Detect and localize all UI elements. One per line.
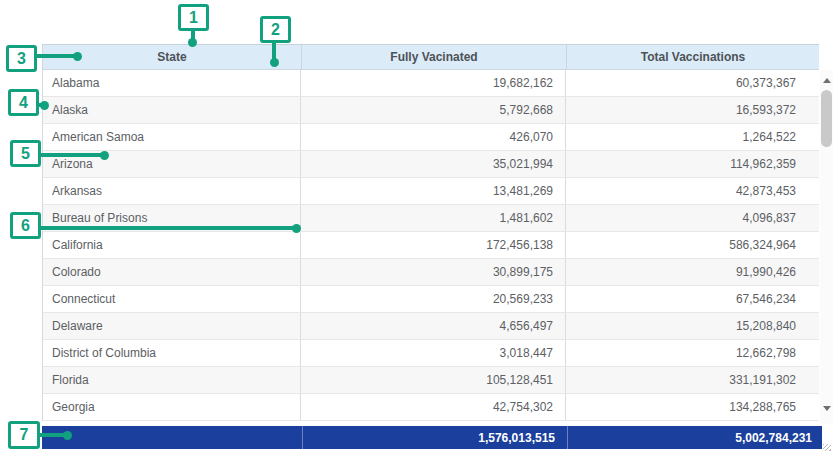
cell-state: Arkansas bbox=[43, 178, 301, 204]
table-header-row: State Fully Vacinated Total Vaccinations bbox=[42, 44, 819, 70]
callout-dot-4 bbox=[40, 101, 49, 110]
cell-total-vaccinations: 91,990,426 bbox=[566, 259, 806, 285]
cell-state: California bbox=[43, 232, 301, 258]
cell-total-vaccinations: 16,593,372 bbox=[566, 97, 806, 123]
table-row[interactable]: Connecticut20,569,23367,546,234 bbox=[43, 286, 819, 313]
callout-dot-3 bbox=[73, 52, 82, 61]
scroll-down-button[interactable] bbox=[820, 400, 833, 416]
callout-label: 7 bbox=[20, 426, 29, 444]
callout-dot-6 bbox=[292, 224, 301, 233]
cell-fully-vaccinated: 5,792,668 bbox=[301, 97, 566, 123]
resize-handle-icon bbox=[823, 444, 831, 451]
callout-box-2: 2 bbox=[260, 16, 291, 43]
table-row[interactable]: Florida105,128,451331,191,302 bbox=[43, 367, 819, 394]
cell-state: Alabama bbox=[43, 70, 301, 96]
callout-label: 2 bbox=[271, 21, 280, 39]
cell-state: American Samoa bbox=[43, 124, 301, 150]
totals-total-vaccinations: 5,002,784,231 bbox=[567, 426, 822, 449]
table-row[interactable]: Delaware4,656,49715,208,840 bbox=[43, 313, 819, 340]
annotated-table-screenshot: State Fully Vacinated Total Vaccinations… bbox=[0, 0, 833, 453]
cell-total-vaccinations: 67,546,234 bbox=[566, 286, 806, 312]
callout-box-5: 5 bbox=[10, 140, 41, 167]
cell-state: District of Columbia bbox=[43, 340, 301, 366]
cell-total-vaccinations: 1,264,522 bbox=[566, 124, 806, 150]
table-body: Alabama19,682,16260,373,367Alaska5,792,6… bbox=[42, 70, 819, 421]
cell-total-vaccinations: 42,873,453 bbox=[566, 178, 806, 204]
cell-total-vaccinations: 60,373,367 bbox=[566, 70, 806, 96]
callout-connector-6 bbox=[41, 226, 293, 230]
cell-state: Delaware bbox=[43, 313, 301, 339]
callout-label: 3 bbox=[17, 50, 26, 68]
callout-dot-7 bbox=[63, 431, 72, 440]
table-row[interactable]: Alaska5,792,66816,593,372 bbox=[43, 97, 819, 124]
table-row[interactable]: California172,456,138586,324,964 bbox=[43, 232, 819, 259]
cell-fully-vaccinated: 35,021,994 bbox=[301, 151, 566, 177]
callout-box-1: 1 bbox=[178, 4, 209, 31]
column-header-total-vaccinations[interactable]: Total Vaccinations bbox=[567, 45, 819, 69]
cell-state: Colorado bbox=[43, 259, 301, 285]
cell-state: Connecticut bbox=[43, 286, 301, 312]
table-row[interactable]: American Samoa426,0701,264,522 bbox=[43, 124, 819, 151]
callout-label: 4 bbox=[19, 94, 28, 112]
callout-box-4: 4 bbox=[8, 89, 39, 116]
table-row[interactable]: Alabama19,682,16260,373,367 bbox=[43, 70, 819, 97]
totals-fully-vaccinated: 1,576,013,515 bbox=[302, 426, 567, 449]
cell-fully-vaccinated: 30,899,175 bbox=[301, 259, 566, 285]
scrollbar-thumb[interactable] bbox=[821, 90, 832, 147]
cell-fully-vaccinated: 1,481,602 bbox=[301, 205, 566, 231]
cell-state: Florida bbox=[43, 367, 301, 393]
callout-label: 1 bbox=[189, 9, 198, 27]
cell-total-vaccinations: 12,662,798 bbox=[566, 340, 806, 366]
cell-total-vaccinations: 331,191,302 bbox=[566, 367, 806, 393]
triangle-down-icon bbox=[823, 406, 831, 411]
totals-state-cell bbox=[42, 426, 302, 449]
cell-fully-vaccinated: 20,569,233 bbox=[301, 286, 566, 312]
column-header-fully-vaccinated[interactable]: Fully Vacinated bbox=[302, 45, 567, 69]
table-row[interactable]: Georgia42,754,302134,288,765 bbox=[43, 394, 819, 421]
callout-connector-2 bbox=[272, 43, 276, 59]
callout-box-3: 3 bbox=[6, 45, 37, 72]
callout-connector-5 bbox=[41, 153, 102, 157]
cell-total-vaccinations: 15,208,840 bbox=[566, 313, 806, 339]
callout-dot-2 bbox=[270, 58, 279, 67]
callout-label: 5 bbox=[21, 145, 30, 163]
vertical-scrollbar[interactable] bbox=[820, 70, 833, 424]
cell-fully-vaccinated: 172,456,138 bbox=[301, 232, 566, 258]
callout-connector-7 bbox=[40, 433, 64, 437]
table-row[interactable]: District of Columbia3,018,44712,662,798 bbox=[43, 340, 819, 367]
cell-state: Alaska bbox=[43, 97, 301, 123]
data-table: State Fully Vacinated Total Vaccinations… bbox=[42, 44, 833, 449]
cell-fully-vaccinated: 3,018,447 bbox=[301, 340, 566, 366]
totals-row: 1,576,013,515 5,002,784,231 bbox=[42, 426, 822, 449]
table-row[interactable]: Arkansas13,481,26942,873,453 bbox=[43, 178, 819, 205]
table-row[interactable]: Colorado30,899,17591,990,426 bbox=[43, 259, 819, 286]
cell-total-vaccinations: 586,324,964 bbox=[566, 232, 806, 258]
cell-total-vaccinations: 4,096,837 bbox=[566, 205, 806, 231]
cell-fully-vaccinated: 4,656,497 bbox=[301, 313, 566, 339]
cell-fully-vaccinated: 42,754,302 bbox=[301, 394, 566, 420]
callout-dot-5 bbox=[100, 151, 109, 160]
callout-box-6: 6 bbox=[10, 212, 41, 239]
cell-total-vaccinations: 114,962,359 bbox=[566, 151, 806, 177]
cell-total-vaccinations: 134,288,765 bbox=[566, 394, 806, 420]
table-row[interactable]: Arizona35,021,994114,962,359 bbox=[43, 151, 819, 178]
callout-label: 6 bbox=[21, 217, 30, 235]
triangle-up-icon bbox=[823, 78, 831, 83]
cell-fully-vaccinated: 426,070 bbox=[301, 124, 566, 150]
callout-dot-1 bbox=[188, 38, 197, 47]
callout-connector-3 bbox=[37, 54, 74, 58]
cell-state: Georgia bbox=[43, 394, 301, 420]
cell-fully-vaccinated: 13,481,269 bbox=[301, 178, 566, 204]
cell-fully-vaccinated: 19,682,162 bbox=[301, 70, 566, 96]
cell-fully-vaccinated: 105,128,451 bbox=[301, 367, 566, 393]
callout-box-7: 7 bbox=[8, 421, 40, 449]
scroll-up-button[interactable] bbox=[820, 72, 833, 88]
